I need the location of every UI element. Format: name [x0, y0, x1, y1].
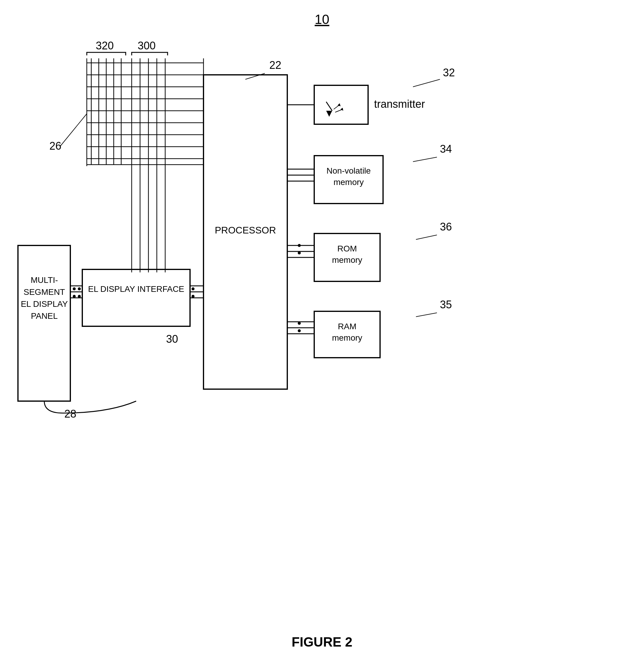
panel-if-dot1: [73, 287, 76, 290]
display-panel-label4: PANEL: [31, 311, 58, 321]
transmitter-symbol: [326, 102, 332, 111]
ref-320: 320: [96, 39, 114, 52]
ref-34-line: [413, 157, 437, 161]
transmitter-arrow2: [341, 108, 343, 111]
ref-35: 35: [440, 298, 452, 311]
panel-if-curve: [44, 401, 136, 413]
el-right-dot1: [192, 287, 195, 290]
nvm-label2: memory: [333, 178, 364, 187]
el-dot1: [78, 287, 81, 290]
display-panel-label3: EL DISPLAY: [21, 299, 68, 309]
ram-dot2: [298, 329, 301, 332]
nvm-label1: Non-volatile: [327, 166, 371, 176]
brace-300: [132, 52, 168, 56]
el-interface-box: [82, 269, 190, 326]
figure-label: FIGURE 2: [292, 635, 353, 649]
diagram-title: 10: [315, 12, 329, 27]
ref-35-line: [416, 313, 437, 317]
el-interface-label1: EL DISPLAY INTERFACE: [88, 284, 184, 293]
diagram-container: 10 PROCESSOR 22 transmitter 32 Non-: [0, 0, 644, 672]
ref-32-line: [413, 79, 440, 87]
transmitter-label: transmitter: [374, 98, 425, 110]
ref-36-line: [416, 235, 437, 239]
brace-320: [87, 52, 126, 56]
transmitter-diode: [326, 111, 332, 117]
display-panel-label2: SEGMENT: [24, 287, 65, 297]
ref-26: 26: [49, 140, 61, 152]
ref-28: 28: [64, 408, 76, 420]
ref-22: 22: [269, 59, 281, 71]
ref-36: 36: [440, 220, 452, 233]
ref-34: 34: [440, 143, 452, 155]
processor-label: PROCESSOR: [215, 225, 276, 236]
display-panel-label1: MULTI-: [31, 275, 58, 285]
ram-label2: memory: [332, 333, 362, 343]
ref-26-line: [60, 114, 87, 147]
ref-30: 30: [166, 333, 178, 345]
display-panel-box: [18, 245, 70, 401]
rom-label1: ROM: [337, 244, 357, 253]
transmitter-box: [314, 85, 368, 124]
ref-300: 300: [138, 39, 156, 52]
ref-32: 32: [443, 67, 455, 79]
rom-label2: memory: [332, 255, 362, 265]
ram-label1: RAM: [338, 322, 356, 331]
